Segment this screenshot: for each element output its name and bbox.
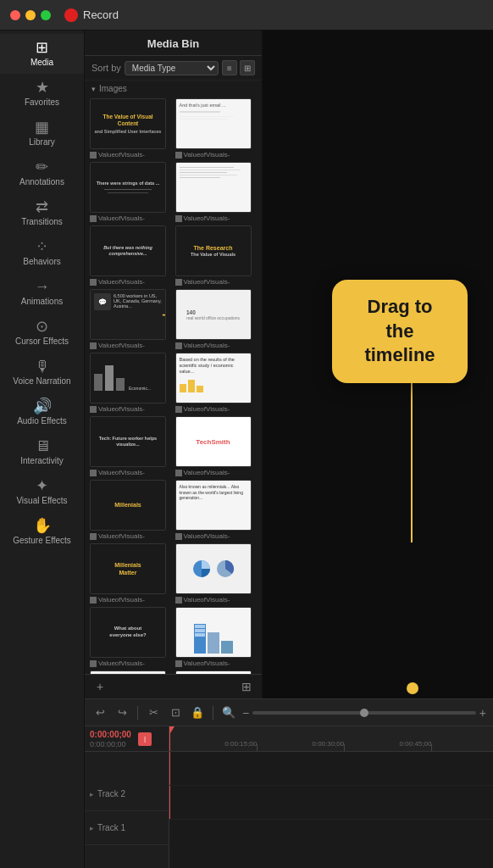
list-item[interactable]: ValueofVisuals- <box>175 670 258 674</box>
timeline-left-panel: 0:00:00;00 0:00:00;00 | ▸ Track 2 <box>85 726 169 868</box>
media-bin: Media Bin Sort by Media Type Name Date ≡… <box>85 31 263 698</box>
list-item[interactable]: MillenialsMatter ValueofVisuals- <box>90 543 172 604</box>
list-item[interactable]: Based on the results of the scientific s… <box>175 353 258 413</box>
redo-button[interactable]: ↪ <box>114 704 130 721</box>
track-2-expand[interactable]: ▸ <box>90 790 94 798</box>
sidebar-item-cursor-effects[interactable]: ⊙ Cursor Effects <box>0 313 84 353</box>
zoom-icon: 🔍 <box>220 704 237 721</box>
playhead-marker[interactable]: | <box>138 732 152 746</box>
close-button[interactable] <box>10 10 20 20</box>
timeline-content: 0:00:00;00 0:00:00;00 | ▸ Track 2 <box>85 726 493 868</box>
timeline-tracks-area <box>169 752 493 868</box>
list-item[interactable]: ValueofVisuals- <box>175 607 258 667</box>
list-item[interactable]: ValueofVisuals- <box>175 543 258 604</box>
media-thumbnail: TechSmith <box>175 416 252 467</box>
timeline-ruler: 0:00:00;00 0:00:15;00 0:00:30;00 <box>169 726 493 752</box>
view-toggle-button[interactable]: ⊞ <box>238 678 255 695</box>
lock-button[interactable]: 🔒 <box>189 704 206 721</box>
track-2-label: Track 2 <box>97 789 125 798</box>
sidebar-label-annotations: Annotations <box>19 177 64 187</box>
playhead[interactable] <box>169 726 170 751</box>
media-item-label: ValueofVisuals- <box>90 405 166 413</box>
list-item[interactable]: Millenials ValueofVisuals- <box>90 480 172 540</box>
track-2-label-row: ▸ Track 2 <box>85 777 169 811</box>
cut-button[interactable]: ✂ <box>145 704 162 721</box>
image-icon <box>175 533 182 540</box>
media-thumbnail: Economic... <box>90 353 166 403</box>
copy-button[interactable]: ⊡ <box>167 704 184 721</box>
media-thumbnail: And that's just email ... <box>175 98 252 149</box>
zoom-minus-button[interactable]: − <box>242 706 249 720</box>
media-thumbnail: 140 real world office occupations <box>175 289 252 340</box>
list-item[interactable]: Economic... ValueofVisuals- <box>90 353 172 413</box>
sidebar-item-media[interactable]: ⊞ Media <box>0 34 84 74</box>
image-icon <box>90 152 97 159</box>
list-item[interactable]: ValueofVisuals- <box>175 162 258 222</box>
track-playhead-2 <box>169 752 170 785</box>
list-item[interactable]: What abouteveryone else? ValueofVisuals- <box>90 607 172 667</box>
list-item[interactable]: Tech: Future worker helps visualize... V… <box>90 416 172 476</box>
sidebar: ⊞ Media ★ Favorites ▦ Library ✏ Annotati… <box>0 31 85 868</box>
audio-effects-icon: 🔊 <box>33 398 52 414</box>
zoom-slider[interactable]: − + <box>242 706 486 720</box>
ruler-tick-45 <box>431 744 432 751</box>
list-item[interactable]: Also known as milennials... Also known a… <box>175 480 258 540</box>
list-view-button[interactable]: ≡ <box>222 60 237 75</box>
list-item[interactable]: But there was nothing comprehensive... V… <box>90 225 172 286</box>
sidebar-label-media: Media <box>30 58 53 68</box>
sidebar-item-voice-narration[interactable]: 🎙 Voice Narration <box>0 353 84 392</box>
zoom-track[interactable] <box>252 711 476 715</box>
maximize-button[interactable] <box>41 10 51 20</box>
sort-bar: Sort by Media Type Name Date ≡ ⊞ <box>85 56 262 81</box>
sidebar-item-gesture-effects[interactable]: ✋ Gesture Effects <box>0 512 84 552</box>
list-item[interactable]: The Research The Value of Visuals Valueo… <box>175 225 258 286</box>
undo-button[interactable]: ↩ <box>91 704 108 721</box>
media-thumbnail: 💬 6,500 workers in US, UK, Canada, Germa… <box>90 289 166 340</box>
add-media-button[interactable]: + <box>91 678 108 695</box>
media-item-label: ValueofVisuals- <box>90 596 166 604</box>
animations-icon: → <box>35 279 50 294</box>
sidebar-item-behaviors[interactable]: ⁘ Behaviors <box>0 233 84 273</box>
list-item[interactable]: 140 real world office occupations Valueo… <box>175 289 258 349</box>
track-playhead-1 <box>169 786 170 819</box>
images-section-header[interactable]: Images <box>85 81 262 95</box>
media-grid: The Value of Visual Content and Simplifi… <box>85 95 262 674</box>
sidebar-item-audio-effects[interactable]: 🔊 Audio Effects <box>0 392 84 432</box>
list-item[interactable]: TechSmith ValueofVisuals- <box>175 416 258 476</box>
sidebar-item-animations[interactable]: → Animations <box>0 273 84 313</box>
list-item[interactable]: There were strings of data ... ValueofVi… <box>90 162 172 222</box>
sidebar-label-transitions: Transitions <box>21 217 63 227</box>
media-item-label: ValueofVisuals- <box>90 659 166 667</box>
sort-select[interactable]: Media Type Name Date <box>125 61 219 75</box>
list-item[interactable]: ValueofVisuals- <box>90 670 172 674</box>
minimize-button[interactable] <box>25 10 36 20</box>
list-item[interactable]: And that's just email ... ValueofVisuals… <box>175 98 258 159</box>
position-display: 0:00:00;00 <box>90 740 131 748</box>
image-icon <box>90 406 97 413</box>
ruler-label-15: 0:00:15;00 <box>224 740 257 748</box>
grid-view-button[interactable]: ⊞ <box>240 60 255 75</box>
zoom-thumb[interactable] <box>360 709 368 717</box>
track-1-row[interactable] <box>169 786 493 820</box>
media-item-label: ValueofVisuals- <box>90 469 166 476</box>
sidebar-item-interactivity[interactable]: 🖥 Interactivity <box>0 432 84 472</box>
sidebar-item-library[interactable]: ▦ Library <box>0 114 84 153</box>
ruler-tick-15 <box>257 744 258 751</box>
track-1-label-row: ▸ Track 1 <box>85 811 169 845</box>
image-icon <box>175 342 182 349</box>
sidebar-item-annotations[interactable]: ✏ Annotations <box>0 153 84 193</box>
sidebar-item-visual-effects[interactable]: ✦ Visual Effects <box>0 472 84 512</box>
sidebar-label-voice-narration: Voice Narration <box>13 376 70 387</box>
timeline-right: 0:00:00;00 0:00:15;00 0:00:30;00 <box>169 726 493 868</box>
sidebar-item-transitions[interactable]: ⇄ Transitions <box>0 193 84 233</box>
sidebar-label-favorites: Favorites <box>25 97 59 108</box>
sidebar-label-visual-effects: Visual Effects <box>16 496 67 506</box>
media-item-label: ValueofVisuals- <box>90 342 166 349</box>
list-item[interactable]: The Value of Visual Content and Simplifi… <box>90 98 172 159</box>
track-2-row[interactable] <box>169 752 493 786</box>
list-item[interactable]: 💬 6,500 workers in US, UK, Canada, Germa… <box>90 289 172 349</box>
zoom-plus-button[interactable]: + <box>479 706 486 720</box>
track-1-expand[interactable]: ▸ <box>90 824 94 832</box>
sidebar-item-favorites[interactable]: ★ Favorites <box>0 74 84 114</box>
drag-to-timeline-tooltip: Drag tothetimeline <box>332 280 468 383</box>
